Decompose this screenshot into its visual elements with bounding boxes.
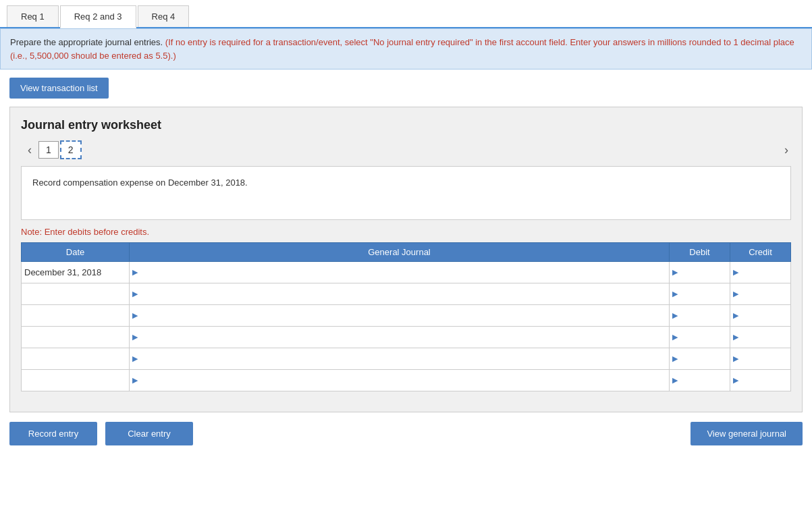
table-row: ▶▶▶ bbox=[22, 348, 791, 370]
col-header-date: Date bbox=[22, 243, 130, 262]
tab-req4[interactable]: Req 4 bbox=[138, 5, 190, 27]
general-journal-input-0[interactable] bbox=[139, 267, 666, 277]
credit-cell-0: ▶ bbox=[730, 262, 791, 283]
credit-input-1[interactable] bbox=[740, 289, 788, 299]
cell-arrow-gj-2: ▶ bbox=[132, 311, 138, 320]
debit-cell-4: ▶ bbox=[670, 348, 730, 370]
cell-arrow-credit-2: ▶ bbox=[733, 311, 738, 320]
cell-arrow-debit-3: ▶ bbox=[672, 333, 678, 342]
debit-cell-5: ▶ bbox=[670, 370, 730, 391]
debit-cell-0: ▶ bbox=[670, 262, 730, 283]
credit-input-4[interactable] bbox=[740, 354, 788, 364]
description-text: Record compensation expense on December … bbox=[32, 178, 248, 188]
date-input-5[interactable] bbox=[24, 375, 126, 385]
general-journal-input-2[interactable] bbox=[139, 310, 666, 321]
general-journal-cell-5: ▶ bbox=[130, 370, 670, 391]
debit-cell-2: ▶ bbox=[670, 305, 730, 327]
general-journal-cell-4: ▶ bbox=[130, 348, 670, 370]
cell-arrow-debit-0: ▶ bbox=[672, 268, 678, 277]
worksheet-container: Journal entry worksheet ‹ 1 2 › Record c… bbox=[9, 107, 803, 412]
date-cell-2 bbox=[22, 305, 130, 327]
credit-cell-3: ▶ bbox=[730, 327, 791, 348]
bottom-buttons: Record entry Clear entry View general jo… bbox=[9, 422, 803, 445]
general-journal-cell-0: ▶ bbox=[130, 262, 670, 283]
description-box: Record compensation expense on December … bbox=[21, 166, 791, 220]
table-row: ▶▶▶ bbox=[22, 305, 791, 327]
page-2[interactable]: 2 bbox=[60, 140, 82, 159]
tab-req1[interactable]: Req 1 bbox=[7, 5, 59, 27]
col-header-credit: Credit bbox=[730, 243, 791, 262]
table-row: ▶▶▶ bbox=[22, 262, 791, 283]
date-cell-0 bbox=[22, 262, 130, 283]
cell-arrow-credit-4: ▶ bbox=[733, 354, 738, 363]
cell-arrow-debit-1: ▶ bbox=[672, 290, 678, 298]
date-input-4[interactable] bbox=[24, 354, 126, 364]
tabs-container: Req 1 Req 2 and 3 Req 4 bbox=[0, 0, 812, 28]
general-journal-input-1[interactable] bbox=[139, 289, 666, 299]
record-entry-button[interactable]: Record entry bbox=[9, 422, 97, 445]
debit-input-2[interactable] bbox=[679, 310, 727, 321]
general-journal-cell-3: ▶ bbox=[130, 327, 670, 348]
page-1[interactable]: 1 bbox=[38, 141, 59, 159]
debit-input-0[interactable] bbox=[679, 267, 727, 277]
general-journal-cell-2: ▶ bbox=[130, 305, 670, 327]
page-left-arrow[interactable]: ‹ bbox=[21, 143, 38, 157]
debit-input-4[interactable] bbox=[679, 354, 727, 364]
cell-arrow-debit-2: ▶ bbox=[672, 311, 678, 320]
cell-arrow-credit-0: ▶ bbox=[733, 268, 738, 277]
credit-input-2[interactable] bbox=[740, 310, 788, 321]
pagination: ‹ 1 2 › bbox=[21, 140, 791, 159]
credit-cell-1: ▶ bbox=[730, 283, 791, 305]
date-input-2[interactable] bbox=[24, 310, 126, 321]
date-input-1[interactable] bbox=[24, 289, 126, 299]
credit-cell-4: ▶ bbox=[730, 348, 791, 370]
tab-req2and3[interactable]: Req 2 and 3 bbox=[60, 5, 136, 28]
col-header-debit: Debit bbox=[670, 243, 730, 262]
col-header-general-journal: General Journal bbox=[130, 243, 670, 262]
debit-input-1[interactable] bbox=[679, 289, 727, 299]
debit-input-5[interactable] bbox=[679, 375, 727, 385]
cell-arrow-gj-4: ▶ bbox=[132, 354, 138, 363]
general-journal-input-4[interactable] bbox=[139, 354, 666, 364]
page-right-arrow[interactable]: › bbox=[784, 143, 791, 157]
table-row: ▶▶▶ bbox=[22, 327, 791, 348]
cell-arrow-gj-0: ▶ bbox=[132, 268, 138, 277]
debit-cell-3: ▶ bbox=[670, 327, 730, 348]
table-row: ▶▶▶ bbox=[22, 370, 791, 391]
general-journal-input-3[interactable] bbox=[139, 332, 666, 342]
cell-arrow-gj-3: ▶ bbox=[132, 333, 138, 342]
note-text: Note: Enter debits before credits. bbox=[21, 227, 791, 237]
journal-table: Date General Journal Debit Credit ▶▶▶▶▶▶… bbox=[21, 242, 791, 391]
credit-cell-5: ▶ bbox=[730, 370, 791, 391]
date-cell-3 bbox=[22, 327, 130, 348]
credit-cell-2: ▶ bbox=[730, 305, 791, 327]
info-text-normal: Prepare the appropriate journal entries. bbox=[10, 37, 163, 47]
date-input-0[interactable] bbox=[24, 267, 126, 277]
clear-entry-button[interactable]: Clear entry bbox=[105, 422, 193, 445]
cell-arrow-gj-5: ▶ bbox=[132, 376, 138, 385]
cell-arrow-gj-1: ▶ bbox=[132, 290, 138, 298]
cell-arrow-credit-3: ▶ bbox=[733, 333, 738, 342]
date-cell-5 bbox=[22, 370, 130, 391]
table-row: ▶▶▶ bbox=[22, 283, 791, 305]
info-box: Prepare the appropriate journal entries.… bbox=[0, 28, 812, 70]
debit-cell-1: ▶ bbox=[670, 283, 730, 305]
debit-input-3[interactable] bbox=[679, 332, 727, 342]
credit-input-0[interactable] bbox=[740, 267, 788, 277]
date-input-3[interactable] bbox=[24, 332, 126, 342]
general-journal-input-5[interactable] bbox=[139, 375, 666, 385]
cell-arrow-debit-5: ▶ bbox=[672, 376, 678, 385]
cell-arrow-debit-4: ▶ bbox=[672, 354, 678, 363]
general-journal-cell-1: ▶ bbox=[130, 283, 670, 305]
cell-arrow-credit-5: ▶ bbox=[733, 376, 738, 385]
view-transaction-button[interactable]: View transaction list bbox=[9, 78, 109, 99]
worksheet-title: Journal entry worksheet bbox=[21, 118, 791, 132]
credit-input-3[interactable] bbox=[740, 332, 788, 342]
date-cell-4 bbox=[22, 348, 130, 370]
view-general-journal-button[interactable]: View general journal bbox=[691, 422, 803, 445]
cell-arrow-credit-1: ▶ bbox=[733, 290, 738, 298]
date-cell-1 bbox=[22, 283, 130, 305]
tab-bar: Req 1 Req 2 and 3 Req 4 bbox=[0, 0, 812, 28]
credit-input-5[interactable] bbox=[740, 375, 788, 385]
